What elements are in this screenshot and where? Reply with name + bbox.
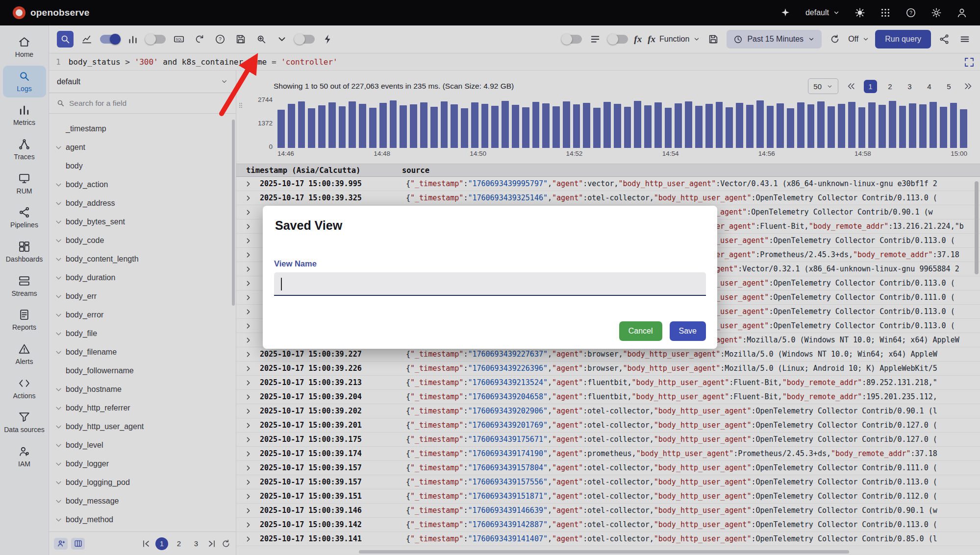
text-caret [281,278,282,290]
cancel-button[interactable]: Cancel [619,321,662,341]
save-button[interactable]: Save [670,321,706,341]
openobserve-app: openobserve default ? HomeLogsMetricsTra… [0,0,980,555]
view-name-label: View Name [274,259,706,268]
saved-view-dialog: Saved View View Name Cancel Save [263,206,717,349]
dialog-title: Saved View [275,218,706,233]
view-name-input[interactable] [274,272,706,296]
